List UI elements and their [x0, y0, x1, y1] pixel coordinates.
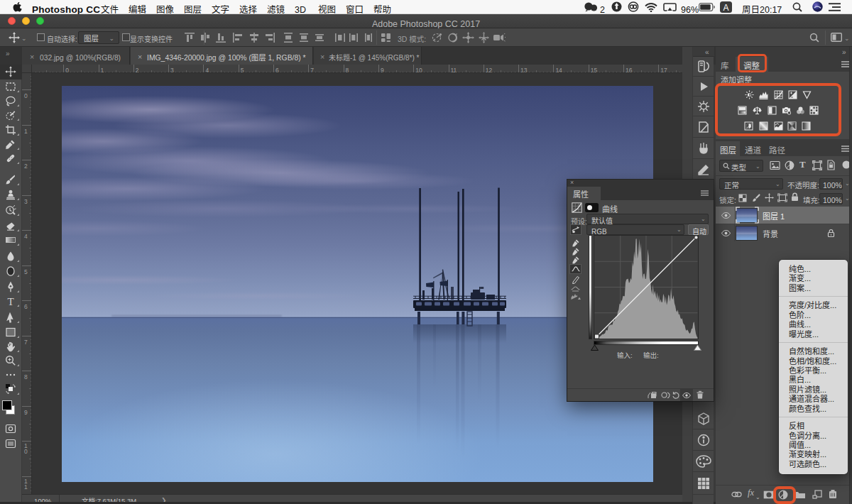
svg-text:T: T	[7, 296, 13, 307]
